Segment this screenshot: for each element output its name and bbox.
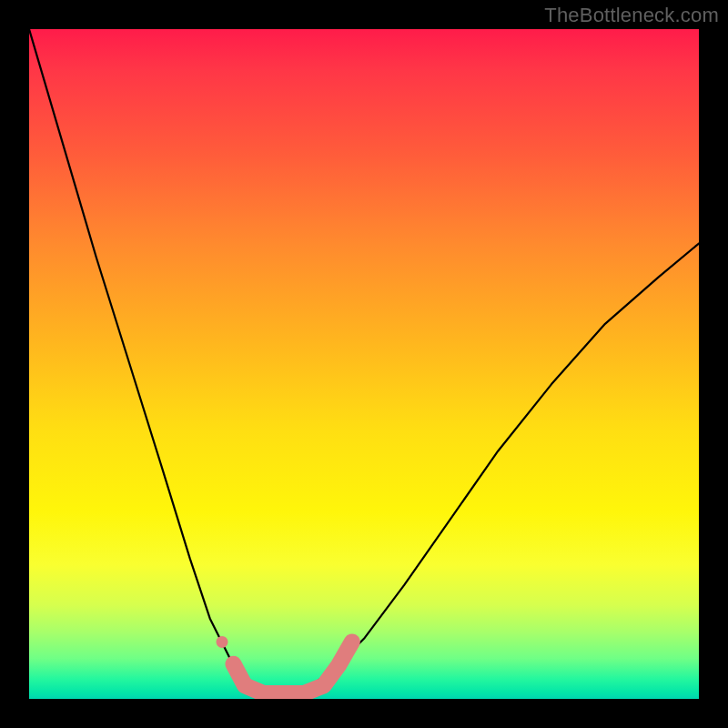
figure-root: TheBottleneck.com [0,0,728,728]
watermark-text: TheBottleneck.com [544,4,719,27]
plot-area [29,29,699,699]
highlight-u-stroke [234,642,352,693]
curve-overlay-svg [29,29,699,699]
highlight-dot [217,636,228,648]
bottleneck-curve [29,29,699,693]
